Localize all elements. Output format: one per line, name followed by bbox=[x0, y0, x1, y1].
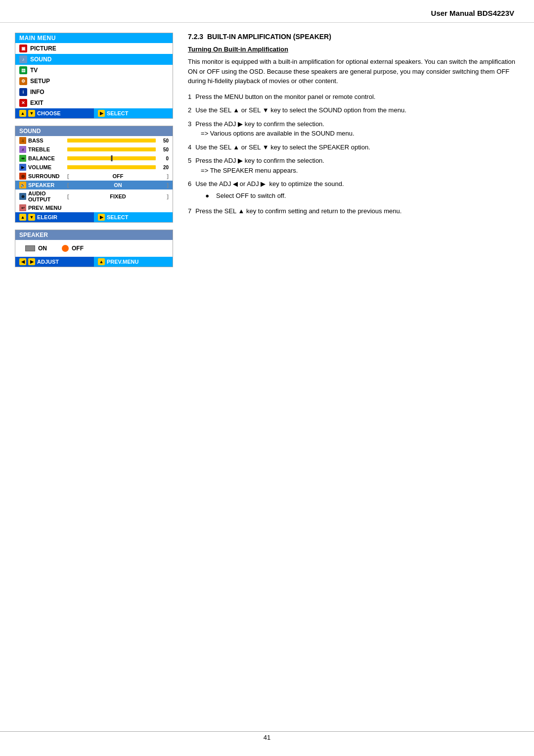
step-2-num: 2 bbox=[188, 105, 191, 115]
sound-row-audio-output: ⊕ AUDIO OUTPUT [ FIXED ] bbox=[15, 189, 173, 203]
sound-row-volume: ▶ VOLUME 20 bbox=[15, 163, 173, 172]
bass-slider-area: 50 bbox=[67, 138, 169, 143]
balance-icon: ⇔ bbox=[19, 155, 26, 162]
speaker-row-label: SPEAKER bbox=[28, 182, 65, 188]
page-container: User Manual BDS4223V MAIN MENU ▣ PICTURE… bbox=[0, 0, 534, 756]
sound-row-speaker: 🔊 SPEAKER [ ON ] bbox=[15, 181, 173, 189]
right-arrow-icon: ▶ bbox=[98, 110, 105, 117]
surround-icon: ◎ bbox=[19, 173, 26, 180]
setup-icon: ⚙ bbox=[19, 77, 27, 85]
sound-right-icon: ▶ bbox=[98, 214, 105, 221]
treble-slider-area: 50 bbox=[67, 147, 169, 152]
menu-label-sound: SOUND bbox=[30, 56, 51, 63]
sound-choose-label: ELEGIR bbox=[37, 214, 57, 220]
step-4-num: 4 bbox=[188, 142, 191, 152]
speaker-bracket-area: [ ON ] bbox=[67, 182, 169, 188]
spk-prev-menu: ▲ PREV.MENU bbox=[94, 257, 173, 267]
section-title: BUILT-IN AMPLIFICATION (SPEAKER) bbox=[207, 33, 331, 41]
intro-text: This monitor is equipped with a built-in… bbox=[188, 57, 519, 86]
volume-fill bbox=[67, 165, 103, 169]
prev-icon: ▲ bbox=[98, 258, 105, 265]
sound-row-surround: ◎ SURROUND [ OFF ] bbox=[15, 172, 173, 181]
bottom-choose: ▲ ▼ CHOOSE bbox=[15, 108, 94, 118]
treble-label: TREBLE bbox=[28, 146, 65, 152]
select-label: SELECT bbox=[107, 110, 128, 116]
treble-icon: ♬ bbox=[19, 146, 26, 153]
speaker-option-on: ON bbox=[25, 245, 47, 252]
steps-list: 1 Press the MENU button on the monitor p… bbox=[188, 92, 519, 216]
info-icon: i bbox=[19, 88, 27, 96]
sound-bottom-choose: ▲ ▼ ELEGIR bbox=[15, 212, 94, 222]
speaker-panel: SPEAKER ON OFF ◀ ▶ ADJUST bbox=[15, 230, 173, 267]
sound-menu-panel: SOUND ♫ BASS 50 ♬ TREBLE 50 bbox=[15, 126, 173, 223]
menu-item-sound: ♪ SOUND bbox=[15, 54, 173, 65]
adj-left-icon: ◀ bbox=[19, 258, 26, 265]
menu-item-setup: ⚙ SETUP bbox=[15, 76, 173, 87]
step-3-text: Press the ADJ ▶ key to confirm the selec… bbox=[195, 119, 519, 139]
step-7: 7 Press the SEL ▲ key to confirm setting… bbox=[188, 206, 519, 216]
footer-divider bbox=[0, 731, 534, 732]
sound-up-icon: ▲ bbox=[19, 214, 26, 221]
surround-label: SURROUND bbox=[28, 173, 65, 179]
speaker-options: ON OFF bbox=[15, 240, 173, 257]
audio-output-icon: ⊕ bbox=[19, 193, 26, 200]
choose-label: CHOOSE bbox=[37, 110, 61, 116]
balance-label: BALANCE bbox=[28, 155, 65, 161]
prev-menu-label: PREV. MENU bbox=[28, 205, 65, 211]
step-5-num: 5 bbox=[188, 156, 191, 166]
step-3: 3 Press the ADJ ▶ key to confirm the sel… bbox=[188, 119, 519, 139]
page-footer: 41 bbox=[0, 731, 534, 741]
off-label: OFF bbox=[72, 245, 84, 252]
main-menu-panel: MAIN MENU ▣ PICTURE ♪ SOUND ▤ TV ⚙ SETUP bbox=[15, 33, 173, 119]
step-6-num: 6 bbox=[188, 179, 191, 189]
audio-output-value: FIXED bbox=[71, 193, 165, 199]
balance-marker bbox=[111, 155, 112, 161]
speaker-option-off: OFF bbox=[62, 245, 84, 252]
sound-down-icon: ▼ bbox=[28, 214, 35, 221]
sound-row-prev-menu: ↩ PREV. MENU bbox=[15, 203, 173, 212]
bottom-select: ▶ SELECT bbox=[94, 108, 173, 118]
tv-icon: ▤ bbox=[19, 66, 27, 74]
page-number: 41 bbox=[264, 734, 270, 741]
step-6-bullet-1: Select OFF to switch off. bbox=[205, 191, 519, 201]
prev-menu-icon: ↩ bbox=[19, 204, 26, 211]
step-7-text: Press the SEL ▲ key to confirm setting a… bbox=[195, 206, 519, 216]
spk-adjust: ◀ ▶ ADJUST bbox=[15, 257, 94, 267]
balance-value: 0 bbox=[158, 156, 169, 161]
volume-slider-area: 20 bbox=[67, 165, 169, 170]
speaker-bracket-right: ] bbox=[167, 182, 169, 188]
menu-label-setup: SETUP bbox=[30, 78, 50, 85]
menu-item-exit: ✕ EXIT bbox=[15, 97, 173, 108]
page-title: User Manual BDS4223V bbox=[431, 9, 514, 17]
sound-select-label: SELECT bbox=[107, 214, 128, 220]
step-3-num: 3 bbox=[188, 119, 191, 129]
step-1-text: Press the MENU button on the monitor pan… bbox=[195, 92, 519, 102]
surround-bracket-right: ] bbox=[167, 173, 169, 179]
main-menu-bottom-bar: ▲ ▼ CHOOSE ▶ SELECT bbox=[15, 108, 173, 118]
bass-label: BASS bbox=[28, 138, 65, 143]
section-number: 7.2.3 bbox=[188, 33, 203, 41]
balance-slider-area: 0 bbox=[67, 156, 169, 161]
treble-value: 50 bbox=[158, 147, 169, 152]
surround-value: OFF bbox=[71, 173, 165, 179]
speaker-title: SPEAKER bbox=[15, 230, 173, 240]
step-6: 6 Use the ADJ ◀ or ADJ ▶ key to optimize… bbox=[188, 179, 519, 202]
step-4: 4 Use the SEL ▲ or SEL ▼ key to select t… bbox=[188, 142, 519, 152]
step-5: 5 Press the ADJ ▶ key to confirm the sel… bbox=[188, 156, 519, 175]
menu-label-picture: PICTURE bbox=[30, 45, 56, 52]
menu-item-tv: ▤ TV bbox=[15, 65, 173, 76]
up-arrow-icon: ▲ bbox=[19, 110, 26, 117]
surround-bracket-left: [ bbox=[67, 173, 69, 179]
prev-menu-nav-label: PREV.MENU bbox=[107, 259, 138, 265]
menu-item-picture: ▣ PICTURE bbox=[15, 43, 173, 54]
menu-item-info: i INFO bbox=[15, 87, 173, 97]
on-box bbox=[25, 245, 35, 251]
step-1-num: 1 bbox=[188, 92, 191, 102]
sound-menu-bottom-bar: ▲ ▼ ELEGIR ▶ SELECT bbox=[15, 212, 173, 222]
volume-value: 20 bbox=[158, 165, 169, 170]
sound-icon: ♪ bbox=[19, 55, 27, 63]
sound-bottom-select: ▶ SELECT bbox=[94, 212, 173, 222]
step-2: 2 Use the SEL ▲ or SEL ▼ key to select t… bbox=[188, 105, 519, 115]
down-arrow-icon: ▼ bbox=[28, 110, 35, 117]
on-label: ON bbox=[38, 245, 47, 252]
